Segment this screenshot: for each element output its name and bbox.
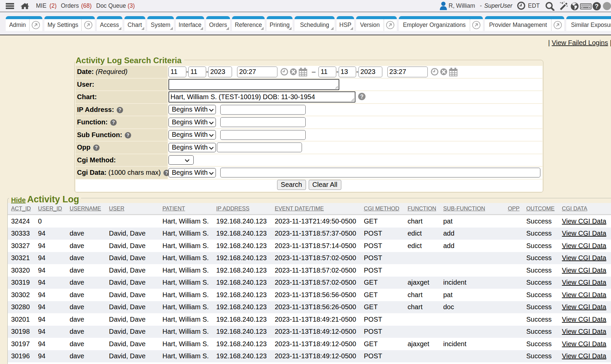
svg-text:?: ?: [118, 108, 121, 113]
svg-text:?: ?: [595, 3, 599, 10]
svg-text:?: ?: [126, 133, 129, 138]
svg-text:?: ?: [360, 94, 364, 99]
svg-text:?: ?: [112, 120, 115, 125]
svg-text:?: ?: [165, 171, 168, 176]
svg-text:?: ?: [95, 146, 98, 151]
